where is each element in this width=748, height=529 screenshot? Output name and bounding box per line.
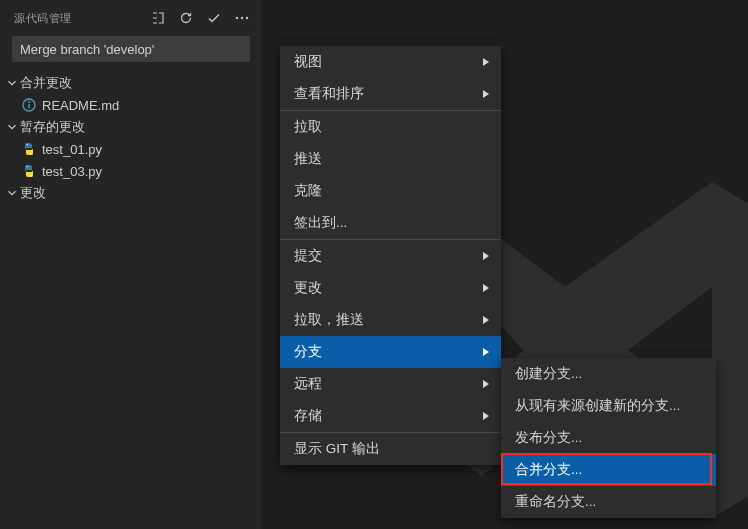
menu-item-label: 更改 [294,279,487,297]
submenu-item[interactable]: 合并分支... [501,454,716,486]
file-name: README.md [42,98,119,113]
svg-point-2 [246,17,248,19]
submenu-item[interactable]: 发布分支... [501,422,716,454]
chevron-down-icon [4,185,20,201]
menu-item-label: 推送 [294,150,487,168]
changes-tree: 合并更改README.md暂存的更改test_01.pytest_03.py更改 [0,72,262,204]
menu-item-label: 拉取 [294,118,487,136]
menu-item-label: 分支 [294,343,487,361]
check-icon[interactable] [200,4,228,32]
menu-item-label: 签出到... [294,214,487,232]
menu-item[interactable]: 推送 [280,143,501,175]
menu-item-label: 克隆 [294,182,487,200]
menu-item[interactable]: 拉取 [280,111,501,143]
submenu-item[interactable]: 创建分支... [501,358,716,390]
view-tree-icon[interactable] [144,4,172,32]
menu-item[interactable]: 查看和排序 [280,78,501,110]
commit-message-input[interactable] [12,36,250,62]
source-control-panel: 源代码管理 合并更改README.md暂存的更改test_01.pytest_0… [0,0,262,529]
menu-item[interactable]: 显示 GIT 输出 [280,433,501,465]
panel-title: 源代码管理 [14,11,144,26]
submenu-item[interactable]: 从现有来源创建新的分支... [501,390,716,422]
menu-item-label: 合并分支... [515,461,702,479]
menu-item-label: 发布分支... [515,429,702,447]
menu-item-label: 提交 [294,247,487,265]
menu-item-label: 拉取，推送 [294,311,487,329]
menu-item-label: 显示 GIT 输出 [294,440,487,458]
file-name: test_03.py [42,164,102,179]
file-item[interactable]: README.md [0,94,262,116]
svg-point-0 [236,17,238,19]
menu-item[interactable]: 克隆 [280,175,501,207]
scm-more-menu: 视图查看和排序拉取推送克隆签出到...提交更改拉取，推送分支远程存储显示 GIT… [280,46,501,465]
info-icon [20,96,38,114]
menu-item[interactable]: 签出到... [280,207,501,239]
menu-item[interactable]: 存储 [280,400,501,432]
section-label: 暂存的更改 [20,118,85,136]
section-label: 更改 [20,184,46,202]
submenu-item[interactable]: 重命名分支... [501,486,716,518]
svg-point-4 [28,101,30,103]
svg-point-8 [27,166,28,167]
menu-item[interactable]: 拉取，推送 [280,304,501,336]
file-item[interactable]: test_01.py [0,138,262,160]
file-name: test_01.py [42,142,102,157]
header-actions [144,4,256,32]
svg-point-6 [27,144,28,145]
menu-item[interactable]: 分支 [280,336,501,368]
menu-item-label: 视图 [294,53,487,71]
commit-message-input-wrap [12,36,250,62]
menu-item-label: 查看和排序 [294,85,487,103]
svg-point-1 [241,17,243,19]
svg-rect-5 [28,104,29,109]
menu-item-label: 重命名分支... [515,493,702,511]
section-2[interactable]: 更改 [0,182,262,204]
svg-point-9 [30,175,31,176]
menu-item[interactable]: 更改 [280,272,501,304]
chevron-down-icon [4,75,20,91]
python-file-icon [20,162,38,180]
menu-item[interactable]: 远程 [280,368,501,400]
section-1[interactable]: 暂存的更改 [0,116,262,138]
menu-item[interactable]: 视图 [280,46,501,78]
section-label: 合并更改 [20,74,72,92]
menu-item-label: 创建分支... [515,365,702,383]
menu-item[interactable]: 提交 [280,240,501,272]
section-0[interactable]: 合并更改 [0,72,262,94]
chevron-down-icon [4,119,20,135]
svg-point-7 [30,153,31,154]
branch-submenu: 创建分支...从现有来源创建新的分支...发布分支...合并分支...重命名分支… [501,358,716,518]
menu-item-label: 存储 [294,407,487,425]
panel-header: 源代码管理 [0,0,262,36]
menu-item-label: 远程 [294,375,487,393]
menu-item-label: 从现有来源创建新的分支... [515,397,702,415]
more-icon[interactable] [228,4,256,32]
file-item[interactable]: test_03.py [0,160,262,182]
python-file-icon [20,140,38,158]
refresh-icon[interactable] [172,4,200,32]
